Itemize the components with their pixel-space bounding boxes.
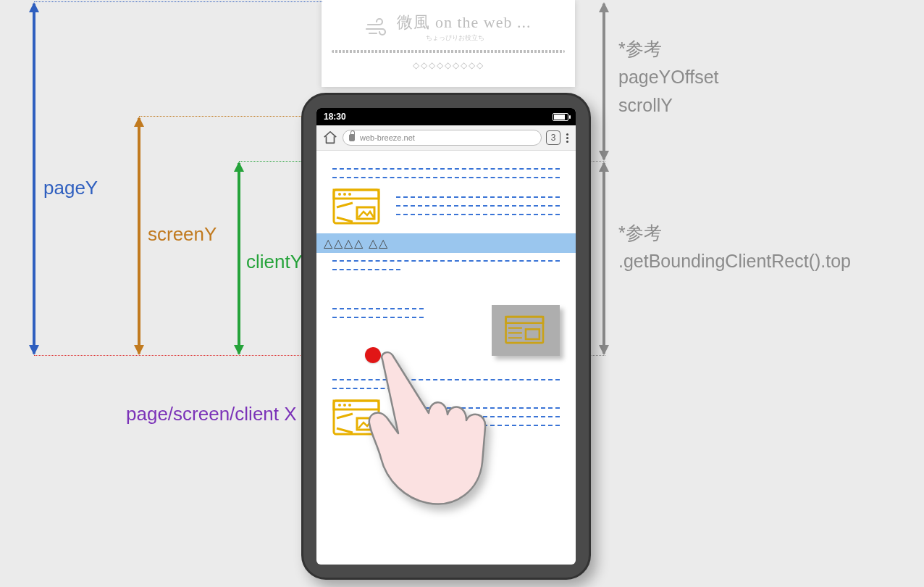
svg-point-12 [343,404,346,407]
status-time: 18:30 [324,112,346,122]
svg-point-4 [348,193,351,196]
guide-top-screen [139,116,303,117]
svg-point-11 [338,404,341,407]
home-icon[interactable] [322,130,338,146]
ref-getBoundingClientRect: .getBoundingClientRect().top [618,251,851,271]
ref-pageYOffset: pageYOffset [618,67,719,87]
svg-rect-7 [506,317,543,323]
pointing-hand-icon [365,348,539,522]
url-bar[interactable]: web-breeze.net [343,130,542,146]
ref-mark-2: *参考 [618,222,662,243]
section-heading: △△△△ △△ [316,233,576,253]
label-screenY: screenY [148,223,217,246]
logo-subtitle: ちょっぴりお役立ち [426,33,484,43]
status-bar: 18:30 [316,108,576,125]
touch-point-icon [365,347,381,363]
window-illustration-icon [332,186,385,226]
site-logo: 微風 on the web ... ちょっぴりお役立ち [329,7,568,43]
divider [332,50,565,53]
browser-toolbar: web-breeze.net 3 [316,125,576,151]
tab-count[interactable]: 3 [546,130,560,145]
ref-rect: *参考 .getBoundingClientRect().top [618,219,851,275]
url-text: web-breeze.net [360,133,415,142]
ref-scroll: *参考 pageYOffset scrollY [618,35,719,119]
logo-text: 微風 on the web ... [397,12,531,33]
ref-scrollY: scrollY [618,95,673,115]
document-behind: 微風 on the web ... ちょっぴりお役立ち ◇◇◇◇◇◇◇◇◇ [322,0,575,87]
wind-icon [365,17,390,38]
ref-mark: *参考 [618,38,662,59]
svg-point-2 [338,193,341,196]
svg-point-13 [348,404,351,407]
label-pageY: pageY [43,177,98,199]
menu-icon[interactable] [565,133,570,143]
label-clientY: clientY [246,251,303,273]
svg-point-3 [343,193,346,196]
guide-top-document [34,1,322,2]
battery-icon [553,113,568,121]
placeholder-text: ◇◇◇◇◇◇◇◇◇ [329,60,568,70]
lock-icon [349,134,355,141]
label-x: page/screen/client X [126,403,297,425]
svg-rect-8 [526,329,539,339]
window-illustration-icon [500,313,551,348]
